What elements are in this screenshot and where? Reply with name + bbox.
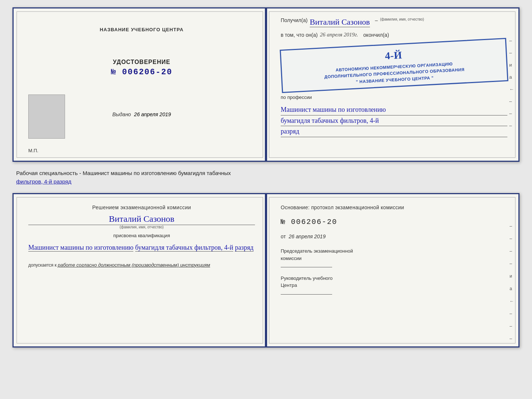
po-professii-label: по профессии [281,95,507,100]
profession-line2: бумагидля табачных фильтров, 4-й [281,115,507,127]
right-marks-bottom: – – – – и а ← – – – [510,224,514,341]
rukovoditel-line2: Центра [281,282,507,289]
prisvoena-text: присвоена квалификация [28,233,255,238]
dopuskaetsya-block: допускается к работе согласно должностны… [28,262,255,268]
rukovoditel-line1: Руководитель учебного [281,275,507,282]
between-underline-text: фильтров, 4-й разряд [16,178,71,185]
profession-block: Машинист машины по изготовлению бумагидл… [281,104,507,137]
top-cert-right-page: Получил(а) Виталий Сазонов – (фамилия, и… [266,8,518,161]
fio-hint-top: (фамилия, имя, отчество) [380,17,424,21]
mp-label: М.П. [28,148,38,153]
photo-placeholder [28,95,65,139]
predsedatel-line1: Председатель экзаменационной [281,247,507,255]
bottom-cert-right-page: Основание: протокол экзаменационной коми… [266,194,518,346]
right-side-marks: – – и а ← – – – [509,38,514,128]
vydano-label: Выдано [112,111,131,117]
bottom-cert-left-page: Решением экзаменационной комиссии Витали… [14,194,266,346]
udostoverenie-number: № 006206-20 [111,68,172,77]
resheniem-text: Решением экзаменационной комиссии [28,204,255,210]
vydano-date: 26 апреля 2019 [134,111,171,117]
rukovoditel-block: Руководитель учебного Центра [281,275,507,297]
predsedatel-line2: комиссии [281,255,507,262]
bottom-name-block: Виталий Сазонов (фамилия, имя, отчество) [28,214,255,229]
osnovanie-text: Основание: протокол экзаменационной коми… [281,204,507,210]
udostoverenie-title: УДОСТОВЕРЕНИЕ [111,59,172,65]
vydano-block: Выдано 26 апреля 2019 [112,111,171,118]
ot-label: от [281,234,286,239]
poluchil-label: Получил(а) [281,17,308,23]
profession-line3: разряд [281,126,507,137]
profession-line1: Машинист машины по изготовлению [281,104,507,115]
dopuskaetsya-italic: работе согласно должностным (производств… [58,262,210,268]
between-text: Рабочая специальность - Машинист машины … [12,167,520,188]
document-container: НАЗВАНИЕ УЧЕБНОГО ЦЕНТРА УДОСТОВЕРЕНИЕ №… [12,7,520,348]
between-main-text: Рабочая специальность - Машинист машины … [16,170,231,176]
udostoverenie-block: УДОСТОВЕРЕНИЕ № 006206-20 [111,59,172,77]
qualification-line1: Машинист машины по изготовлению [28,244,133,252]
dopuskaetsya-prefix: допускается к [28,263,57,268]
bottom-certificate-book: Решением экзаменационной комиссии Витали… [12,193,520,348]
ot-date-block: от 26 апреля 2019 [281,234,507,239]
school-name-label: НАЗВАНИЕ УЧЕБНОГО ЦЕНТРА [100,27,183,32]
rukovoditel-signature-line [281,294,332,295]
quote-open: " [356,79,358,84]
bottom-qualification-block: Машинист машины по изготовлению бумагидл… [28,242,255,253]
qualification-line3: разряд [235,244,254,252]
predsedatel-signature-line [281,267,332,267]
okonchil-label: окончил(а) [363,32,389,38]
top-cert-left-page: НАЗВАНИЕ УЧЕБНОГО ЦЕНТРА УДОСТОВЕРЕНИЕ №… [14,8,266,161]
v-tom-line: в том, что он(а) 26 апреля 2019г. окончи… [281,32,507,38]
predsedatel-block: Председатель экзаменационной комиссии [281,247,507,270]
completion-date: 26 апреля 2019г. [320,32,358,38]
poluchil-line: Получил(а) Виталий Сазонов – (фамилия, и… [281,17,507,27]
quote-close: " [431,75,434,80]
stamp-block: 4-й АВТОНОМНУЮ НЕКОММЕРЧЕСКУЮ ОРГАНИЗАЦИ… [280,38,508,93]
ot-date: 26 апреля 2019 [289,234,326,239]
bottom-recipient-name: Виталий Сазонов [28,214,255,225]
qualification-line2: бумагидля табачных фильтров, 4-й [135,244,233,252]
recipient-name: Виталий Сазонов [310,17,370,27]
top-certificate-book: НАЗВАНИЕ УЧЕБНОГО ЦЕНТРА УДОСТОВЕРЕНИЕ №… [12,7,520,162]
fio-hint-bottom: (фамилия, имя, отчество) [28,225,255,229]
protocol-number: № 006206-20 [281,218,507,226]
poluchil-dash: – [375,17,378,23]
v-tom-prefix: в том, что он(а) [281,32,318,38]
